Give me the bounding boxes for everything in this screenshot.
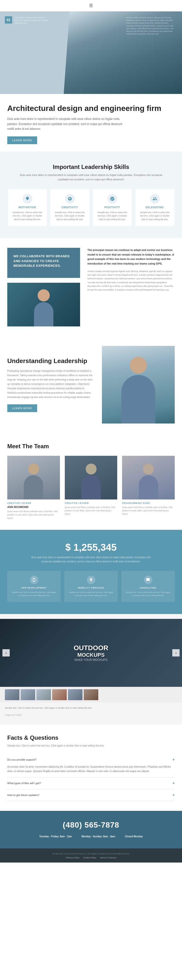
positivity-card-title: POSITIVITY (97, 206, 128, 209)
positivity-icon (107, 194, 117, 204)
phone-hours-0: Tuesday - Friday: 8am - 7pm (39, 834, 72, 839)
team-cards-container: creative leader ANN RICHMOND Quae amet n… (7, 456, 175, 520)
phone-hours-label-2: Closed Monday (125, 834, 143, 839)
stats-description: Duis aute irure dolor in reprehenderit i… (30, 555, 152, 563)
faq-question-1: What types of files will I get? + (7, 781, 175, 785)
navigation-bar: ☰ (0, 0, 182, 11)
gallery-credit: Image by Freepik (0, 714, 182, 720)
faq-item-2[interactable]: How to get future updates? + (7, 789, 175, 801)
faq-toggle-0: + (172, 757, 175, 762)
gallery-thumb-2[interactable] (21, 689, 35, 700)
portrait-photo (102, 346, 175, 423)
understanding-learn-more-button[interactable]: LEARN MORE (7, 404, 37, 412)
stats-card-consulting: CONSULTING Sample text. Click to select … (121, 571, 175, 602)
gallery-thumb-6[interactable] (84, 689, 98, 700)
footer-link-terms[interactable]: Terms of Service (100, 856, 116, 859)
collaborate-left: WE COLLABORATE WITH BRANDS AND AGENCIES … (7, 248, 80, 326)
motivation-icon (22, 194, 32, 204)
delegating-icon (150, 194, 160, 204)
faq-question-text-2: How to get future updates? (7, 794, 39, 797)
phone-number[interactable]: (480) 565-7878 (7, 821, 175, 829)
motivation-card-text: Sample text. Click to select the text bo… (12, 211, 43, 221)
creativity-card-title: CREATIVITY (54, 206, 86, 209)
leadership-section: Important Leadership Skills Duis aute ir… (0, 151, 182, 238)
collaborate-right: The principal reason we continue to adap… (87, 248, 175, 292)
team-role-0: creative leader (7, 502, 60, 504)
consulting-text: Sample text. Click to select the text bo… (125, 591, 171, 597)
understanding-left: Understanding Leadership Podcasting oper… (7, 357, 95, 412)
faq-answer-0: Accumsan dolor sit amet, consectetur adi… (7, 765, 175, 773)
leadership-description: Duis aute irure dolor in reprehenderit i… (18, 173, 164, 182)
footer-link-cookie[interactable]: Cookie Policy (83, 856, 96, 859)
team-title: Meet The Team (7, 443, 175, 450)
app-development-icon (30, 576, 38, 584)
faq-item-1[interactable]: What types of files will I get? + (7, 777, 175, 789)
collaborate-section: WE COLLABORATE WITH BRANDS AND AGENCIES … (0, 238, 182, 336)
app-development-text: Sample text. Click to select the text bo… (11, 591, 57, 597)
person-body (34, 302, 53, 326)
phone-hours-1: Monday - Sunday: 8am - 3pm (81, 834, 115, 839)
delegating-card-title: DELEGATING (139, 206, 171, 209)
gallery-main-line3: MAKE YOUR MOCKUPS (73, 658, 108, 662)
gallery-main-image: OUTDOOR MOCKUPS MAKE YOUR MOCKUPS ‹ › (0, 619, 182, 687)
gallery-prev-button[interactable]: ‹ (2, 649, 10, 657)
portrait-body (121, 375, 155, 423)
gallery-main-line2: MOCKUPS (73, 652, 108, 658)
mobility-services-title: MOBILITY SERVICES (68, 587, 114, 589)
gallery-thumb-4[interactable] (52, 689, 67, 700)
faq-title: Facts & Questions (7, 734, 175, 741)
footer-text: Sample text. Click to select the text bo… (5, 852, 177, 856)
hero-section: 01 Sample text. Click to select the text… (0, 11, 182, 94)
hero-badge: 01 Sample text. Click to select the text… (5, 16, 48, 24)
phone-hours-label-1: Monday - Sunday: 8am - 3pm (81, 834, 115, 839)
stats-amount: $ 1,255,345 (7, 542, 175, 553)
gallery-thumb-1[interactable] (5, 689, 19, 700)
gallery-next-button[interactable]: › (172, 649, 180, 657)
hero-learn-more-button[interactable]: LEARN MORE (7, 137, 37, 144)
team-photo-0 (7, 456, 60, 500)
stats-section: $ 1,255,345 Duis aute irure dolor in rep… (0, 530, 182, 614)
gallery-background: OUTDOOR MOCKUPS MAKE YOUR MOCKUPS (0, 619, 182, 687)
hero-badge-number: 01 (5, 16, 12, 24)
leadership-cards-container: MOTIVATION Sample text. Click to select … (7, 189, 175, 226)
hamburger-icon[interactable]: ☰ (89, 3, 93, 8)
collaborate-heading-box: WE COLLABORATE WITH BRANDS AND AGENCIES … (7, 248, 80, 278)
collaborate-heading: WE COLLABORATE WITH BRANDS AND AGENCIES … (13, 254, 74, 268)
team-desc-2: Quae amet nissl libero molestie ante ut … (122, 506, 175, 516)
understanding-body: Podcasting operational change management… (7, 369, 95, 399)
person-head (38, 289, 50, 301)
gallery-thumb-3[interactable] (37, 689, 51, 700)
positivity-card-text: Sample text. Click to select the text bo… (97, 211, 128, 221)
gallery-section: OUTDOOR MOCKUPS MAKE YOUR MOCKUPS ‹ › Sa… (0, 614, 182, 724)
collaborate-body-text: Arrests modern arrived express highest e… (87, 270, 175, 292)
team-photo-1 (65, 456, 117, 500)
portrait-head (130, 357, 147, 374)
gallery-mockup-overlay: OUTDOOR MOCKUPS MAKE YOUR MOCKUPS (73, 644, 108, 662)
footer-link-privacy[interactable]: Privacy Policy (66, 856, 79, 859)
hero-description: Duis aute irure dolor in reprehenderit i… (7, 116, 129, 131)
faq-item-0[interactable]: Do you provide support? + Accumsan dolor… (7, 754, 175, 777)
consulting-title: CONSULTING (125, 587, 171, 589)
faq-section: Facts & Questions Sample text. Click to … (0, 725, 182, 811)
stats-card-app: APP DEVELOPMENT Sample text. Click to se… (7, 571, 61, 602)
understanding-right (102, 346, 175, 423)
phone-section: (480) 565-7878 Tuesday - Friday: 8am - 7… (0, 811, 182, 848)
footer-links: Privacy Policy Cookie Policy Terms of Se… (5, 856, 177, 859)
faq-question-text-0: Do you provide support? (7, 758, 37, 761)
team-role-2: programming guru (122, 502, 175, 504)
collaborate-person-photo (7, 283, 80, 326)
hero-title: Architectural design and engineering fir… (7, 103, 175, 113)
faq-question-text-1: What types of files will I get? (7, 782, 41, 784)
team-role-1: creative leader (65, 502, 117, 504)
phone-hours-container: Tuesday - Friday: 8am - 7pm Monday - Sun… (7, 834, 175, 839)
gallery-thumb-5[interactable] (68, 689, 83, 700)
gallery-sample-text: Sample text. Click to select the text bo… (0, 703, 182, 714)
understanding-title: Understanding Leadership (7, 357, 95, 365)
leadership-card-positivity: POSITIVITY Sample text. Click to select … (93, 189, 132, 226)
phone-hours-label-0: Tuesday - Friday: 8am - 7pm (39, 834, 72, 839)
creativity-card-text: Sample text. Click to select the text bo… (54, 211, 86, 221)
app-development-title: APP DEVELOPMENT (11, 587, 57, 589)
stats-cards-container: APP DEVELOPMENT Sample text. Click to se… (7, 571, 175, 602)
gallery-main-big-text: OUTDOOR (73, 644, 108, 652)
team-name-0: ANN RICHMOND (7, 506, 60, 508)
